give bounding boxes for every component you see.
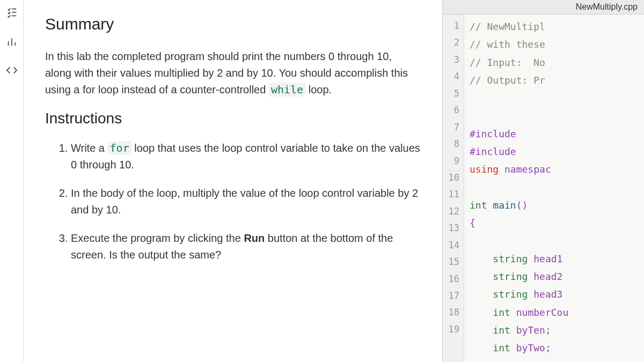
tool-sidebar <box>0 0 24 362</box>
instructions-panel: Summary In this lab the completed progra… <box>24 0 442 362</box>
instruction-step: Write a for loop that uses the loop cont… <box>71 140 421 173</box>
while-code: while <box>269 83 305 97</box>
code-body[interactable]: 1 2 3 4 5 6 7 8 9 10 11 12 13 14 15 16 1… <box>443 14 644 362</box>
file-tab[interactable]: NewMultiply.cpp <box>443 0 644 14</box>
line-gutter: 1 2 3 4 5 6 7 8 9 10 11 12 13 14 15 16 1… <box>443 14 464 362</box>
code-icon[interactable] <box>5 63 19 77</box>
code-editor[interactable]: NewMultiply.cpp 1 2 3 4 5 6 7 8 9 10 11 … <box>442 0 644 362</box>
summary-heading: Summary <box>45 15 421 33</box>
bargraph-icon[interactable] <box>5 34 19 48</box>
for-code: for <box>108 141 131 155</box>
instruction-step: In the body of the loop, multiply the va… <box>71 185 421 218</box>
code-lines[interactable]: // NewMultipl // with these // Input: No… <box>464 14 568 362</box>
summary-body: In this lab the completed program should… <box>45 48 421 98</box>
run-bold: Run <box>244 232 265 244</box>
checklist-icon[interactable] <box>5 5 19 19</box>
instruction-step: Execute the program by clicking the Run … <box>71 230 421 263</box>
instructions-list: Write a for loop that uses the loop cont… <box>45 140 421 263</box>
instructions-heading: Instructions <box>45 110 421 127</box>
